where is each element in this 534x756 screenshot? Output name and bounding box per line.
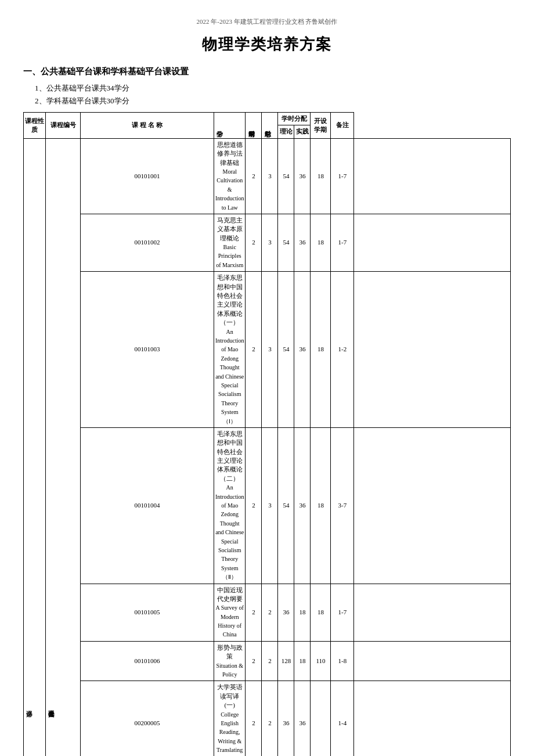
meta-text: 2022 年-2023 年建筑工程管理行业文档 齐鲁斌创作 <box>197 18 338 25</box>
cell-sj: 18 <box>311 272 331 428</box>
cell-ll: 18 <box>294 641 311 681</box>
cell-bz <box>354 272 511 428</box>
section1-title: 一、公共基础平台课和学科基础平台课设置 <box>23 66 511 77</box>
cell-bz <box>354 138 511 214</box>
cell-ll: 36 <box>294 427 311 584</box>
section1-item1: 1、公共基础平台课共34学分 <box>35 83 511 93</box>
cell-zxs: 2 <box>262 641 278 681</box>
cell-xf: 2 <box>246 214 262 271</box>
curriculum-table: 课程性质 课程编号 课 程 名 称 学分 周学时 总学时 学时分配 开设学期 <box>23 112 511 756</box>
cell-zxs2: 54 <box>278 214 294 271</box>
cell-xf: 2 <box>246 272 262 428</box>
cell-kqxq: 1-7 <box>331 138 354 214</box>
cell-kqxq: 1-8 <box>331 641 354 681</box>
cell-kqxq: 1-7 <box>331 584 354 641</box>
cell-kch: 00200005 <box>81 681 214 756</box>
table-row: 00101003毛泽东思想和中国特色社会主义理论体系概论（一）An Introd… <box>24 272 511 428</box>
cell-ll: 36 <box>294 681 311 756</box>
header-ll: 理论 <box>278 125 294 138</box>
table-row: 必修课公共基础平台课00101001思想道德修养与法律基础Moral Culti… <box>24 138 511 214</box>
cell-kch: 00101005 <box>81 584 214 641</box>
cell-kqxq: 3-7 <box>331 427 354 584</box>
cell-kqxq: 1-7 <box>331 214 354 271</box>
header-zxs2: 总学时 <box>262 113 278 139</box>
cell-ll: 36 <box>294 272 311 428</box>
table-row: 00200005大学英语读写译(一)College English Readin… <box>24 681 511 756</box>
cell-zxs2: 36 <box>278 681 294 756</box>
cell-kch: 00101006 <box>81 641 214 681</box>
cell-kch: 00101002 <box>81 214 214 271</box>
header-kch: 课程编号 <box>46 113 81 139</box>
cell-kch: 00101001 <box>81 138 214 214</box>
cell-kch: 00101003 <box>81 272 214 428</box>
cell-zxs2: 54 <box>278 272 294 428</box>
cell-kcmc: 马克思主义基本原理概论Basic Principles of Marxism <box>214 214 246 271</box>
table-row: 00101005中国近现代史纲要A Survey of Modern Histo… <box>24 584 511 641</box>
cell-kcmc: 大学英语读写译(一)College English Reading, Writi… <box>214 681 246 756</box>
cell-kcmc: 形势与政策Situation & Policy <box>214 641 246 681</box>
cell-ll: 18 <box>294 584 311 641</box>
cell-zxs: 3 <box>262 138 278 214</box>
header-xsff: 学时分配 <box>278 113 311 125</box>
cell-zxs: 3 <box>262 427 278 584</box>
cell-xf: 2 <box>246 641 262 681</box>
table-row: 00101002马克思主义基本原理概论Basic Principles of M… <box>24 214 511 271</box>
cell-kcmc: 毛泽东思想和中国特色社会主义理论体系概论（一）An Introduction o… <box>214 272 246 428</box>
cell-kcmc: 思想道德修养与法律基础Moral Cultivation & Introduct… <box>214 138 246 214</box>
cell-kqxq: 1-2 <box>331 272 354 428</box>
cell-xf: 2 <box>246 427 262 584</box>
cell-sj <box>311 681 331 756</box>
cell-bz <box>354 584 511 641</box>
table-row: 00101006形势与政策Situation & Policy221281811… <box>24 641 511 681</box>
cell-bz <box>354 641 511 681</box>
header-bz: 备注 <box>331 113 354 139</box>
cell-kch: 00101004 <box>81 427 214 584</box>
cell-sj: 18 <box>311 427 331 584</box>
doc-header: 2022 年-2023 年建筑工程管理行业文档 齐鲁斌创作 <box>23 17 511 26</box>
cell-zxs: 2 <box>262 681 278 756</box>
header-kcmc: 课 程 名 称 <box>81 113 214 139</box>
cell-kcmc: 毛泽东思想和中国特色社会主义理论体系概论（二）An Introduction o… <box>214 427 246 584</box>
cell-zxs: 3 <box>262 214 278 271</box>
table-header-row1: 课程性质 课程编号 课 程 名 称 学分 周学时 总学时 学时分配 开设学期 <box>24 113 511 125</box>
cell-kcmc: 中国近现代史纲要A Survey of Modern History of Ch… <box>214 584 246 641</box>
header-kqxq: 开设学期 <box>311 113 331 139</box>
cell-ll: 36 <box>294 138 311 214</box>
cell-zxs: 3 <box>262 272 278 428</box>
cell-sj: 18 <box>311 214 331 271</box>
cell-sj: 18 <box>311 584 331 641</box>
cell-zxs: 2 <box>262 584 278 641</box>
doc-title: 物理学类培养方案 <box>23 34 511 55</box>
title-text: 物理学类培养方案 <box>202 36 332 53</box>
cell-xf: 2 <box>246 138 262 214</box>
section1-item2: 2、学科基础平台课共30学分 <box>35 96 511 106</box>
cell-kqxq: 1-4 <box>331 681 354 756</box>
cell-zxs2: 54 <box>278 138 294 214</box>
cell-bz <box>354 427 511 584</box>
cell-xf: 2 <box>246 584 262 641</box>
cell-xf: 2 <box>246 681 262 756</box>
table-row: 00101004毛泽东思想和中国特色社会主义理论体系概论（二）An Introd… <box>24 427 511 584</box>
header-xf: 学分 <box>214 113 246 139</box>
cell-sj: 18 <box>311 138 331 214</box>
header-sj: 实践 <box>294 125 311 138</box>
header-zxs: 周学时 <box>246 113 262 139</box>
cell-bz <box>354 681 511 756</box>
cell-type-outer: 必修课 <box>24 138 46 756</box>
cell-zxs2: 128 <box>278 641 294 681</box>
cell-zxs2: 54 <box>278 427 294 584</box>
cell-zxs2: 36 <box>278 584 294 641</box>
cell-sj: 110 <box>311 641 331 681</box>
section1-items: 1、公共基础平台课共34学分 2、学科基础平台课共30学分 <box>35 83 511 106</box>
cell-ll: 36 <box>294 214 311 271</box>
cell-bz <box>354 214 511 271</box>
header-kchxz: 课程性质 <box>24 113 46 139</box>
cell-type-inner: 公共基础平台课 <box>46 138 81 756</box>
